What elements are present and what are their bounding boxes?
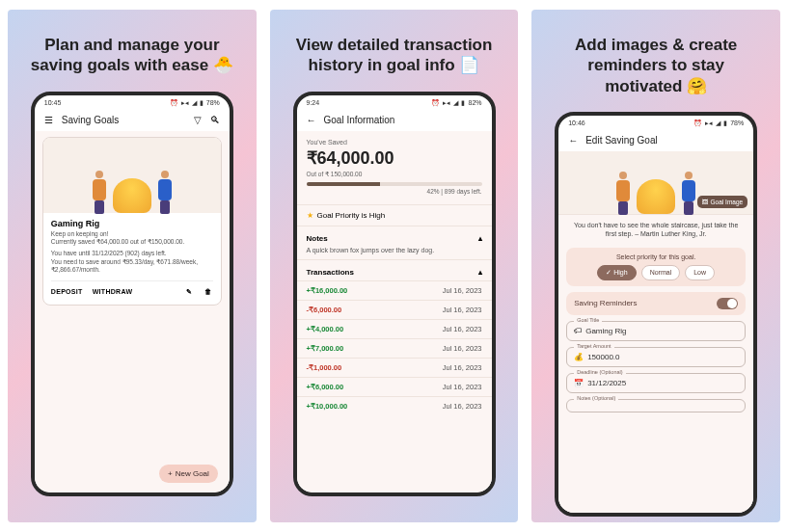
- alarm-icon: ⏰: [431, 99, 440, 107]
- menu-icon[interactable]: ☰: [44, 115, 54, 124]
- app-bar: ☰ Saving Goals ▽ 🔍︎: [35, 109, 230, 131]
- battery-pct: 82%: [468, 99, 481, 106]
- alarm-icon: ⏰: [693, 120, 702, 127]
- notes-field[interactable]: Notes (Optional): [566, 399, 746, 412]
- out-of-label: Out of ₹ 150,000.00: [307, 171, 482, 178]
- goal-illustration: [43, 138, 221, 213]
- notes-header[interactable]: Notes ▴: [297, 226, 492, 247]
- goal-time-left: You have until 31/12/2025 (902) days lef…: [51, 250, 213, 257]
- goal-keep: Keep on keeping on!: [51, 230, 213, 238]
- app-title: Goal Information: [324, 115, 482, 125]
- coins-icon: [637, 179, 675, 214]
- back-icon[interactable]: ←: [307, 115, 316, 124]
- filter-icon[interactable]: ▽: [193, 115, 203, 124]
- deposit-button[interactable]: DEPOSIT: [51, 288, 83, 295]
- transaction-row[interactable]: +₹4,000.00Jul 16, 2023: [297, 319, 492, 338]
- withdraw-button[interactable]: WITHDRAW: [93, 288, 133, 295]
- target-amount-label: Target Amount: [574, 343, 613, 349]
- goal-illustration: 🖼 Goal Image: [558, 151, 753, 215]
- txn-date: Jul 16, 2023: [443, 383, 482, 391]
- goal-title-value: Gaming Rig: [585, 327, 626, 335]
- transactions-label: Transactions: [307, 268, 354, 277]
- notes-label: Notes (Optional): [574, 395, 618, 401]
- transaction-row[interactable]: +₹6,000.00Jul 16, 2023: [297, 377, 492, 396]
- content-area[interactable]: You've Saved ₹64,000.00 Out of ₹ 150,000…: [297, 131, 492, 492]
- headline-1: Plan and manage your saving goals with e…: [8, 10, 257, 92]
- image-icon: 🖼: [702, 199, 709, 205]
- deadline-value: 31/12/2025: [587, 379, 626, 387]
- phone-frame-3: 10:46 ⏰ ▸◂ ◢ ▮ 78% ← Edit Saving Goal 🖼 …: [555, 112, 757, 517]
- wifi-icon: ▸◂: [181, 99, 189, 107]
- saved-label: You've Saved: [307, 139, 482, 146]
- txn-amount: +₹6,000.00: [307, 383, 344, 391]
- txn-date: Jul 16, 2023: [443, 286, 482, 295]
- signal-icon: ◢: [453, 99, 458, 107]
- wifi-icon: ▸◂: [443, 99, 450, 107]
- calendar-icon: 📅: [574, 379, 584, 387]
- battery-icon: ▮: [461, 99, 465, 107]
- txn-amount: -₹1,000.00: [307, 363, 342, 372]
- reminders-label: Saving Reminders: [574, 299, 637, 307]
- edit-icon[interactable]: ✎: [184, 287, 194, 297]
- app-title: Saving Goals: [62, 115, 185, 125]
- phone-frame-2: 9:24 ⏰ ▸◂ ◢ ▮ 82% ← Goal Information You…: [293, 92, 496, 496]
- saved-amount: ₹64,000.00: [307, 147, 482, 169]
- deadline-field[interactable]: Deadline (Optional) 📅31/12/2025: [566, 373, 746, 393]
- app-title: Edit Saving Goal: [585, 135, 744, 146]
- person-right-icon: [679, 172, 698, 214]
- phone-frame-1: 10:45 ⏰ ▸◂ ◢ ▮ 78% ☰ Saving Goals ▽ 🔍︎: [31, 92, 233, 496]
- money-icon: 💰: [574, 353, 584, 361]
- priority-normal-chip[interactable]: Normal: [641, 265, 681, 280]
- txn-date: Jul 16, 2023: [443, 363, 482, 372]
- txn-date: Jul 16, 2023: [443, 306, 482, 314]
- transaction-row[interactable]: +₹7,000.00Jul 16, 2023: [297, 338, 492, 358]
- goal-need: You need to save around ₹95.33/day, ₹671…: [51, 258, 213, 275]
- delete-icon[interactable]: 🗑: [204, 287, 213, 297]
- headline-3: Add images & create reminders to stay mo…: [531, 10, 780, 112]
- back-icon[interactable]: ←: [568, 135, 578, 145]
- transaction-row[interactable]: +₹10,000.00Jul 16, 2023: [297, 396, 492, 415]
- status-time: 9:24: [307, 99, 320, 106]
- status-time: 10:45: [44, 99, 62, 106]
- search-icon[interactable]: 🔍︎: [210, 115, 220, 124]
- transactions-header[interactable]: Transactions ▴: [297, 259, 492, 280]
- transaction-row[interactable]: +₹16,000.00Jul 16, 2023: [297, 280, 492, 300]
- transaction-row[interactable]: -₹1,000.00Jul 16, 2023: [297, 358, 492, 377]
- notes-label: Notes: [307, 234, 328, 243]
- content-area: Gaming Rig Keep on keeping on! Currently…: [35, 131, 230, 492]
- goal-title-field[interactable]: Goal Title 🏷Gaming Rig: [566, 321, 746, 341]
- reminders-toggle[interactable]: [717, 298, 738, 309]
- priority-text: Goal Priority is High: [317, 211, 386, 220]
- status-icons: ⏰ ▸◂ ◢ ▮ 82%: [431, 99, 481, 107]
- txn-amount: -₹6,000.00: [307, 306, 342, 314]
- priority-low-chip[interactable]: Low: [685, 265, 715, 280]
- app-bar: ← Edit Saving Goal: [558, 129, 753, 151]
- status-icons: ⏰ ▸◂ ◢ ▮ 78%: [693, 120, 744, 127]
- deadline-label: Deadline (Optional): [574, 369, 625, 375]
- new-goal-fab[interactable]: + New Goal: [159, 465, 218, 483]
- txn-amount: +₹16,000.00: [307, 286, 348, 295]
- promo-panel-1: Plan and manage your saving goals with e…: [8, 10, 257, 522]
- status-icons: ⏰ ▸◂ ◢ ▮ 78%: [170, 99, 220, 107]
- txn-date: Jul 16, 2023: [443, 325, 482, 333]
- plus-icon: +: [168, 469, 173, 478]
- battery-pct: 78%: [730, 120, 744, 126]
- priority-high-chip[interactable]: ✓ High: [597, 265, 636, 280]
- progress-meta: 42% | 899 days left.: [307, 188, 482, 195]
- priority-label: Select priority for this goal.: [572, 253, 740, 260]
- goal-card[interactable]: Gaming Rig Keep on keeping on! Currently…: [42, 137, 222, 306]
- goal-image-button[interactable]: 🖼 Goal Image: [697, 196, 748, 208]
- goal-title-label: Goal Title: [574, 317, 602, 323]
- txn-date: Jul 16, 2023: [443, 344, 482, 353]
- txn-amount: +₹10,000.00: [307, 402, 348, 411]
- coins-icon: [113, 178, 151, 213]
- tag-icon: 🏷: [574, 327, 582, 335]
- content-area[interactable]: 🖼 Goal Image You don't have to see the w…: [558, 151, 753, 513]
- status-time: 10:46: [568, 120, 585, 126]
- alarm-icon: ⏰: [170, 99, 178, 107]
- target-amount-field[interactable]: Target Amount 💰150000.0: [566, 347, 746, 367]
- transaction-row[interactable]: -₹6,000.00Jul 16, 2023: [297, 300, 492, 319]
- progress-bar: [307, 182, 482, 186]
- collapse-icon: ▴: [478, 234, 482, 243]
- fab-label: New Goal: [176, 469, 209, 478]
